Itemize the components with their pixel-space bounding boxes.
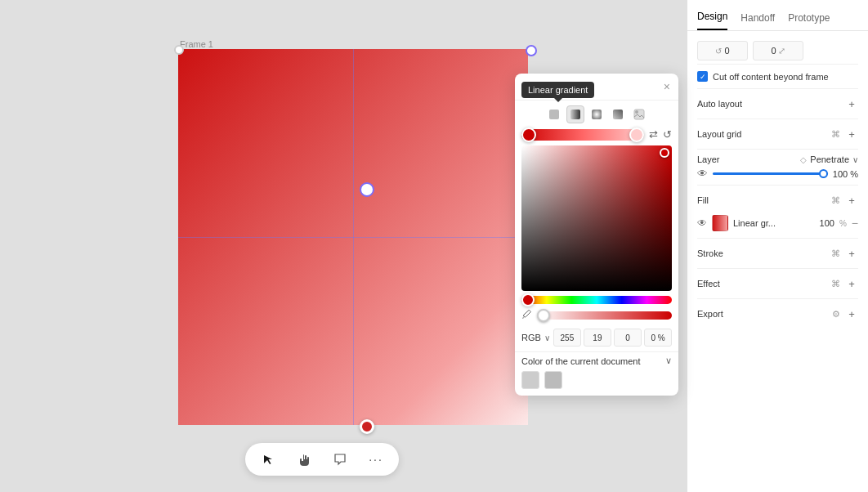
handle-bottom[interactable]	[360, 419, 374, 434]
width-value: 0	[724, 46, 729, 56]
handle-mid[interactable]	[360, 182, 374, 197]
add-layout-grid-button[interactable]: +	[845, 127, 858, 141]
layer-mode-selector[interactable]: ◇ Penetrate ∨	[800, 154, 858, 164]
divider-7	[697, 268, 858, 269]
color-picker-thumb[interactable]	[660, 148, 669, 158]
color-model-row: RGB ∨ 255 19 0 0 %	[515, 327, 678, 351]
height-value: 0	[771, 46, 776, 56]
alpha-slider-thumb[interactable]	[537, 309, 550, 322]
visibility-toggle[interactable]: 👁	[697, 168, 708, 180]
grid-line-horizontal	[178, 237, 528, 238]
gradient-stop-left[interactable]	[521, 127, 536, 142]
height-input[interactable]: 0 ⤢	[753, 41, 803, 60]
angular-mode-button[interactable]	[609, 105, 627, 123]
reverse-gradient-button[interactable]: ↺	[663, 128, 672, 141]
fill-opacity-unit: %	[839, 219, 847, 228]
fill-type-label[interactable]: Linear gr...	[733, 218, 815, 228]
hand-tool-button[interactable]	[294, 450, 314, 469]
color-model-toggle[interactable]: ∨	[544, 333, 550, 342]
eyedropper-button[interactable]	[521, 309, 532, 322]
layer-opacity-row: 👁 100 %	[697, 166, 858, 181]
cut-off-checkbox[interactable]: ✓	[697, 71, 708, 82]
add-fill-button[interactable]: +	[845, 194, 858, 207]
layer-opacity-fill	[713, 172, 828, 175]
picker-close-button[interactable]: ×	[664, 80, 670, 93]
alpha-slider[interactable]	[537, 311, 672, 320]
layout-grid-actions: ⌘ +	[831, 127, 858, 141]
radial-mode-button[interactable]	[588, 105, 606, 123]
layer-opacity-value[interactable]: 100 %	[833, 169, 858, 179]
gradient-type-tooltip: Linear gradient	[521, 82, 594, 98]
dimensions-row: ↺ 0 0 ⤢	[697, 41, 858, 60]
image-mode-button[interactable]	[630, 105, 648, 123]
color-saturation-picker[interactable]	[521, 145, 672, 291]
gradient-bar-row: ⇄ ↺	[515, 128, 678, 145]
handle-tl[interactable]	[174, 45, 184, 55]
stroke-row: Stroke ⌘ +	[697, 242, 858, 265]
fill-item: 👁 Linear gr... 100 % −	[697, 212, 858, 235]
design-frame	[178, 49, 528, 425]
color-picker: Linear gradient ×	[515, 74, 678, 396]
add-effect-button[interactable]: +	[845, 277, 858, 290]
cut-off-row: ✓ Cut off content beyond frame	[697, 68, 858, 85]
select-tool-button[interactable]	[258, 450, 278, 469]
green-input[interactable]: 19	[584, 329, 611, 347]
divider-1	[697, 64, 858, 65]
tab-handoff[interactable]: Handoff	[740, 12, 775, 30]
canvas: Frame 1 ···	[0, 0, 687, 492]
hue-slider[interactable]	[521, 296, 672, 304]
auto-layout-row: Auto layout +	[697, 92, 858, 115]
color-doc-toggle[interactable]: ∨	[665, 356, 672, 366]
tooltip-text: Linear gradient	[528, 85, 588, 95]
svg-rect-2	[592, 110, 602, 119]
panel-tabs: Design Handoff Prototype	[687, 0, 868, 31]
fill-visibility-toggle[interactable]: 👁	[697, 217, 707, 229]
stroke-actions: ⌘ +	[831, 247, 858, 260]
rgb-inputs: 255 19 0 0 %	[553, 329, 672, 347]
hex-swatch-2[interactable]	[544, 371, 562, 389]
fill-color-swatch[interactable]	[712, 215, 728, 231]
right-panel: Design Handoff Prototype ↺ 0 0 ⤢ ✓ Cut o…	[687, 0, 868, 492]
stroke-label: Stroke	[697, 248, 723, 258]
svg-rect-3	[613, 110, 623, 119]
more-tools-button[interactable]: ···	[366, 450, 386, 469]
layer-opacity-slider[interactable]	[713, 172, 828, 175]
blue-input[interactable]: 0	[614, 329, 642, 347]
color-model-label: RGB	[521, 333, 541, 342]
handle-tr[interactable]	[526, 45, 537, 56]
fill-label: Fill	[697, 195, 709, 205]
swap-colors-button[interactable]: ⇄	[649, 128, 658, 141]
export-label: Export	[697, 309, 723, 319]
divider-8	[697, 298, 858, 299]
export-row: Export ⚙ +	[697, 302, 858, 325]
hue-slider-thumb[interactable]	[521, 293, 535, 306]
fill-header-row: Fill ⌘ +	[697, 189, 858, 212]
svg-rect-0	[549, 110, 559, 119]
auto-layout-label: Auto layout	[697, 99, 742, 109]
alpha-input[interactable]: 0 %	[644, 329, 672, 347]
divider-6	[697, 238, 858, 239]
tab-prototype[interactable]: Prototype	[788, 12, 830, 30]
layout-grid-label: Layout grid	[697, 129, 741, 139]
add-export-button[interactable]: +	[845, 307, 858, 320]
gradient-stop-right[interactable]	[629, 127, 644, 142]
tab-design[interactable]: Design	[697, 11, 727, 30]
gradient-stops-bar[interactable]	[521, 129, 644, 141]
add-auto-layout-button[interactable]: +	[845, 97, 858, 110]
hex-swatch-1[interactable]	[521, 371, 539, 389]
width-input[interactable]: ↺ 0	[697, 41, 748, 60]
divider-2	[697, 88, 858, 89]
layer-label: Layer	[697, 154, 720, 164]
effect-label: Effect	[697, 279, 720, 288]
red-input[interactable]: 255	[553, 329, 581, 347]
effect-actions: ⌘ +	[831, 277, 858, 290]
solid-mode-button[interactable]	[545, 105, 563, 123]
layer-opacity-thumb[interactable]	[819, 169, 828, 178]
comment-tool-button[interactable]	[330, 450, 350, 469]
checkbox-check-icon: ✓	[700, 73, 706, 81]
auto-layout-actions: +	[845, 97, 858, 110]
linear-mode-button[interactable]	[566, 105, 584, 123]
remove-fill-button[interactable]: −	[852, 217, 858, 230]
add-stroke-button[interactable]: +	[845, 247, 858, 260]
fill-opacity-value[interactable]: 100	[820, 218, 834, 228]
